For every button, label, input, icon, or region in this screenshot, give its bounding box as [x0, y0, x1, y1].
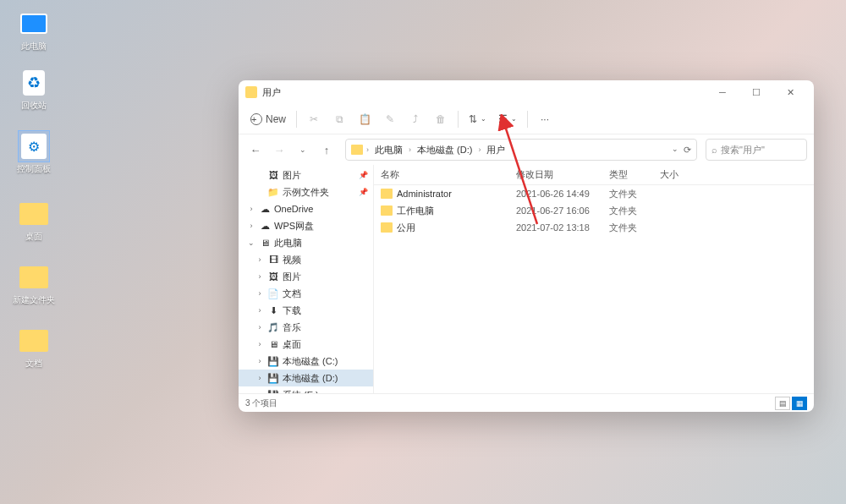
rename-icon: ✎: [386, 113, 394, 125]
desktop-icon-控制面板[interactable]: ⚙控制面板: [8, 131, 59, 175]
pc-icon: [19, 8, 49, 39]
desktop-icon-回收站[interactable]: ♻回收站: [8, 68, 59, 112]
video-icon: 🎞: [267, 254, 279, 266]
up-button[interactable]: ↑: [316, 140, 337, 160]
pic-icon: 🖼: [267, 271, 279, 282]
sidebar-item[interactable]: 📁示例文件夹📌: [239, 184, 373, 200]
share-icon: ⤴: [413, 113, 418, 125]
ellipsis-icon: ···: [541, 113, 549, 125]
sidebar-item[interactable]: ›🖼图片: [239, 268, 373, 285]
folder-icon: [351, 145, 363, 155]
view-button[interactable]: ☰⌄: [493, 107, 522, 131]
folder-icon: [381, 205, 393, 216]
chevron-icon: ›: [255, 255, 264, 264]
rename-button[interactable]: ✎: [378, 107, 402, 131]
sidebar-item[interactable]: ›🎞视频: [239, 251, 373, 268]
col-date[interactable]: 修改日期: [509, 168, 602, 181]
pin-icon: 📌: [359, 188, 368, 196]
pic-icon: 🖼: [267, 169, 279, 181]
col-type[interactable]: 类型: [602, 168, 653, 181]
chevron-icon: ›: [255, 374, 264, 382]
titlebar[interactable]: 用户 ─ ☐ ✕: [239, 80, 814, 104]
view-icons-button[interactable]: ▦: [792, 397, 807, 410]
new-button[interactable]: + New: [245, 107, 291, 131]
sidebar-item[interactable]: ›☁OneDrive: [239, 200, 373, 217]
search-icon: ⌕: [711, 145, 717, 155]
scissors-icon: ✂: [310, 113, 318, 125]
cloud-icon: ☁: [259, 203, 271, 215]
back-button[interactable]: ←: [245, 140, 266, 160]
clipboard-icon: 📋: [359, 113, 371, 125]
share-button[interactable]: ⤴: [404, 107, 427, 131]
chevron-icon: ›: [255, 306, 264, 315]
delete-button[interactable]: 🗑: [429, 107, 453, 131]
sidebar-item[interactable]: ›💾系统 (E:): [239, 386, 373, 393]
item-count: 3 个项目: [245, 397, 277, 409]
breadcrumb-item[interactable]: 用户: [484, 142, 508, 158]
table-row[interactable]: 工作电脑2021-06-27 16:06文件夹: [374, 202, 814, 219]
paste-button[interactable]: 📋: [353, 107, 376, 131]
close-button[interactable]: ✕: [773, 80, 807, 104]
trash-icon: 🗑: [436, 113, 446, 125]
folder-icon: [381, 189, 393, 199]
toolbar: + New ✂ ⧉ 📋 ✎ ⤴ 🗑 ⇅⌄ ☰⌄ ···: [239, 104, 814, 134]
sidebar-item[interactable]: ›☁WPS网盘: [239, 217, 373, 234]
col-name[interactable]: 名称: [374, 168, 509, 181]
table-row[interactable]: Administrator2021-06-26 14:49文件夹: [374, 185, 814, 202]
sidebar-item[interactable]: ›💾本地磁盘 (C:): [239, 353, 373, 370]
chevron-icon: ›: [255, 357, 264, 365]
drive-icon: 💾: [267, 355, 279, 367]
cut-button[interactable]: ✂: [302, 107, 326, 131]
recent-dropdown[interactable]: ⌄: [293, 140, 313, 160]
sidebar: 🖼图片📌📁示例文件夹📌›☁OneDrive›☁WPS网盘⌄🖥此电脑›🎞视频›🖼图…: [239, 165, 374, 393]
desktop-icon-新建文件夹[interactable]: 新建文件夹: [8, 262, 59, 306]
content-pane: 名称 修改日期 类型 大小 Administrator2021-06-26 14…: [374, 165, 814, 393]
maximize-button[interactable]: ☐: [739, 80, 773, 104]
window-title: 用户: [262, 86, 281, 99]
more-button[interactable]: ···: [533, 107, 557, 131]
sidebar-item[interactable]: ›💾本地磁盘 (D:): [239, 370, 373, 386]
folder-icon: [381, 222, 393, 233]
file-list: Administrator2021-06-26 14:49文件夹工作电脑2021…: [374, 185, 814, 393]
col-size[interactable]: 大小: [653, 168, 704, 181]
view-details-button[interactable]: ▤: [775, 397, 790, 410]
navbar: ← → ⌄ ↑ › 此电脑 › 本地磁盘 (D:) › 用户 ⌄ ⟳ ⌕ 搜索"…: [239, 134, 814, 165]
column-headers: 名称 修改日期 类型 大小: [374, 165, 814, 185]
sidebar-item[interactable]: 🖼图片📌: [239, 167, 373, 184]
minimize-button[interactable]: ─: [706, 80, 739, 104]
copy-button[interactable]: ⧉: [327, 107, 351, 131]
forward-button[interactable]: →: [269, 140, 289, 160]
search-input[interactable]: ⌕ 搜索"用户": [706, 139, 807, 161]
pin-icon: 📌: [359, 171, 368, 179]
address-bar[interactable]: › 此电脑 › 本地磁盘 (D:) › 用户 ⌄ ⟳: [345, 139, 697, 161]
chevron-icon: ›: [247, 222, 255, 230]
sidebar-item[interactable]: ›⬇下载: [239, 302, 373, 319]
sort-icon: ⇅: [469, 113, 477, 125]
desktop-icon-文档[interactable]: 文档: [8, 326, 59, 370]
folder-icon: 📁: [267, 186, 279, 198]
plus-icon: +: [250, 113, 262, 125]
sidebar-item[interactable]: ⌄🖥此电脑: [239, 234, 373, 251]
desktop-icon-此电脑[interactable]: 此电脑: [8, 8, 59, 52]
dl-icon: ⬇: [267, 304, 279, 316]
sidebar-item[interactable]: ›🎵音乐: [239, 319, 373, 336]
breadcrumb-item[interactable]: 此电脑: [372, 142, 405, 158]
chevron-icon: ›: [255, 289, 264, 298]
sidebar-item[interactable]: ›📄文档: [239, 285, 373, 302]
table-row[interactable]: 公用2021-07-02 13:18文件夹: [374, 219, 814, 236]
chevron-icon: ›: [255, 340, 264, 348]
statusbar: 3 个项目 ▤ ▦: [239, 393, 814, 412]
cpl-icon: ⚙: [19, 131, 49, 162]
list-icon: ☰: [498, 113, 508, 125]
drive-icon: 💾: [267, 372, 279, 384]
refresh-icon[interactable]: ⟳: [684, 145, 691, 156]
pc-icon: 🖥: [259, 237, 271, 249]
chevron-icon: ›: [247, 205, 255, 213]
chevron-icon: ⌄: [247, 238, 255, 247]
sort-button[interactable]: ⇅⌄: [464, 107, 492, 131]
chevron-down-icon[interactable]: ⌄: [672, 145, 678, 156]
sidebar-item[interactable]: ›🖥桌面: [239, 336, 373, 353]
breadcrumb-item[interactable]: 本地磁盘 (D:): [415, 142, 475, 158]
desktop-icon-桌面[interactable]: 桌面: [8, 199, 59, 243]
doc-icon: 📄: [267, 288, 279, 299]
